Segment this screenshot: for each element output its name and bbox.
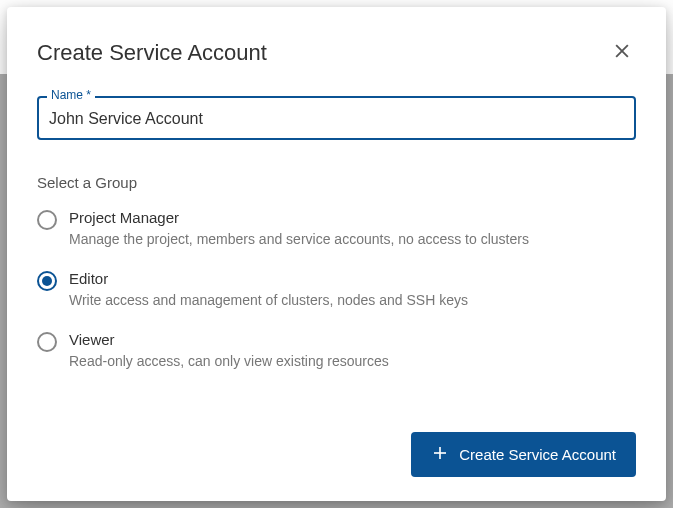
- modal-title: Create Service Account: [37, 40, 267, 66]
- group-option-viewer[interactable]: Viewer Read-only access, can only view e…: [37, 331, 636, 370]
- name-input[interactable]: [37, 96, 636, 140]
- required-indicator: *: [86, 88, 91, 102]
- group-section-label: Select a Group: [37, 174, 636, 191]
- radio-texts: Project Manager Manage the project, memb…: [69, 209, 636, 248]
- radio-texts: Viewer Read-only access, can only view e…: [69, 331, 636, 370]
- radio-texts: Editor Write access and management of cl…: [69, 270, 636, 309]
- modal-header: Create Service Account: [37, 37, 636, 68]
- radio-icon: [37, 271, 57, 291]
- group-option-project-manager[interactable]: Project Manager Manage the project, memb…: [37, 209, 636, 248]
- radio-title: Project Manager: [69, 209, 636, 226]
- radio-description: Manage the project, members and service …: [69, 230, 636, 248]
- radio-title: Viewer: [69, 331, 636, 348]
- modal-footer: Create Service Account: [37, 432, 636, 477]
- create-service-account-modal: Create Service Account Name * Select a G…: [7, 7, 666, 501]
- close-icon: [612, 41, 632, 64]
- radio-icon: [37, 332, 57, 352]
- radio-title: Editor: [69, 270, 636, 287]
- name-field-wrapper: Name *: [37, 96, 636, 140]
- name-field-label: Name *: [47, 88, 95, 102]
- create-service-account-button[interactable]: Create Service Account: [411, 432, 636, 477]
- radio-description: Write access and management of clusters,…: [69, 291, 636, 309]
- radio-description: Read-only access, can only view existing…: [69, 352, 636, 370]
- create-button-label: Create Service Account: [459, 446, 616, 463]
- close-button[interactable]: [608, 37, 636, 68]
- name-label-text: Name: [51, 88, 83, 102]
- radio-icon: [37, 210, 57, 230]
- plus-icon: [431, 444, 449, 465]
- group-option-editor[interactable]: Editor Write access and management of cl…: [37, 270, 636, 309]
